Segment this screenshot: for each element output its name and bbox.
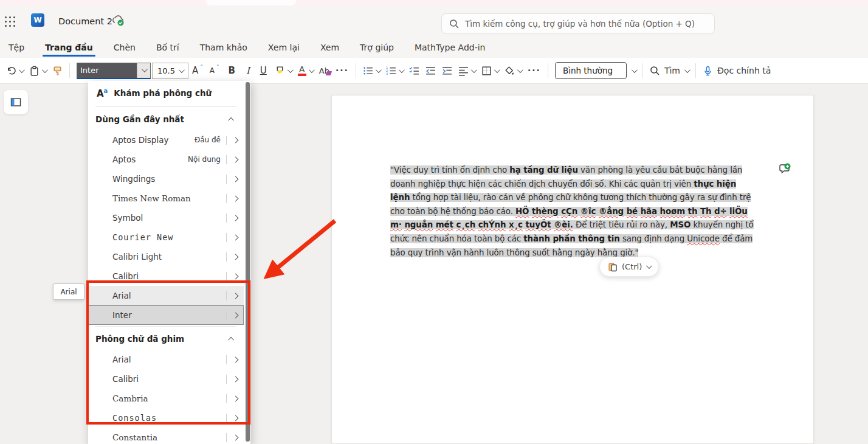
grow-font-button[interactable]: Aˆ [190,63,206,78]
borders-button[interactable] [479,63,501,78]
bullet-list-button[interactable] [360,63,382,78]
font-section-header[interactable]: Dùng Gần đây nhất [88,108,244,130]
undo-button[interactable] [4,63,26,78]
font-item-wingdings[interactable]: Wingdings [88,169,244,189]
style-chevron[interactable] [632,67,638,73]
style-combobox[interactable]: Bình thường [553,60,638,82]
dictate-button[interactable]: Đọc chính tả [700,63,773,78]
bullet-list-chevron[interactable] [376,67,382,73]
word-logo-icon[interactable]: W [31,13,44,27]
font-item-submenu-chevron[interactable] [233,156,239,162]
font-item-submenu-chevron[interactable] [233,234,239,240]
find-chevron[interactable] [684,67,691,73]
paste-options-chevron[interactable] [646,263,652,269]
font-item-submenu-chevron[interactable] [233,195,239,201]
font-size-chevron[interactable] [179,67,185,73]
font-item-calibri[interactable]: Calibri [88,266,244,286]
font-item-submenu-chevron[interactable] [233,312,239,318]
font-item-submenu-chevron[interactable] [233,137,239,143]
undo-dropdown-chevron[interactable] [19,67,25,73]
font-item-calibri-light[interactable]: Calibri Light [88,247,244,266]
checklist-button[interactable] [407,63,422,78]
saved-to-cloud-icon[interactable] [111,15,126,30]
menu-tab-xem-lại[interactable]: Xem lại [267,39,301,56]
menu-tab-bố-trí[interactable]: Bố trí [155,39,181,56]
font-item-submenu-chevron[interactable] [233,273,239,279]
font-color-button[interactable]: A [295,63,315,78]
italic-button[interactable]: I [241,63,255,78]
font-item-consolas[interactable]: Consolas [88,408,244,428]
font-name-dropdown-button[interactable] [137,63,150,78]
font-item-submenu-chevron[interactable] [233,356,239,362]
shading-chevron[interactable] [517,67,523,73]
font-item-submenu-chevron[interactable] [233,415,239,421]
discover-fonts-item[interactable]: Aa Khám phá phông chữ [88,81,244,105]
font-item-inter[interactable]: Inter [88,305,244,325]
font-item-arial[interactable]: Arial [88,350,244,369]
font-section-header[interactable]: Phông chữ đã ghim [88,328,244,350]
align-chevron[interactable] [471,67,477,73]
menu-tab-chèn[interactable]: Chèn [112,39,137,56]
highlight-chevron[interactable] [288,67,294,73]
bold-button[interactable]: B [223,63,239,78]
doc-text-segment: tuyÖt [526,220,551,229]
more-font-options-button[interactable]: ··· [333,63,351,78]
menu-tab-mathtype-add-in[interactable]: MathType Add-in [413,39,487,56]
font-name-combobox[interactable]: Inter [77,63,151,79]
font-item-arial[interactable]: Arial [88,286,244,305]
microphone-icon [703,66,713,76]
dropdown-scrollbar[interactable] [245,81,250,444]
font-item-calibri[interactable]: Calibri [88,369,244,389]
paste-button[interactable] [27,63,49,78]
font-item-submenu-chevron[interactable] [233,215,239,221]
decrease-indent-button[interactable] [423,63,438,78]
borders-chevron[interactable] [494,67,500,73]
font-item-cambria[interactable]: Cambria [88,389,244,408]
document-page[interactable]: "Việc duy trì tính ổn định cho hạ tầng d… [331,95,814,444]
font-item-submenu-chevron[interactable] [233,434,239,440]
more-paragraph-options-button[interactable]: ··· [525,63,543,78]
font-item-courier-new[interactable]: Courier New [88,227,244,247]
doc-text-segment [523,220,526,229]
font-item-times-new-roman[interactable]: Times New Roman [88,189,244,208]
increase-indent-button[interactable] [439,63,455,78]
menu-tab-tệp[interactable]: Tệp [7,39,26,56]
font-item-aptos[interactable]: AptosNội dung [88,150,244,169]
font-item-tag: Nội dung [188,155,221,164]
font-item-submenu-chevron[interactable] [233,395,239,401]
menu-tab-xem[interactable]: Xem [319,39,340,56]
scrollbar-thumb[interactable] [246,82,250,442]
highlight-button[interactable] [272,63,294,78]
underline-button[interactable]: U [256,63,271,78]
shrink-font-button[interactable]: Aˇ [207,64,222,77]
menu-tab-tham-khảo[interactable]: Tham khảo [199,39,249,56]
clear-formatting-button[interactable]: Ab [317,64,332,78]
format-painter-button[interactable] [50,63,65,78]
font-color-chevron[interactable] [309,67,315,73]
document-title[interactable]: Document 2 [58,16,112,26]
font-name-value[interactable]: Inter [77,63,137,78]
navigation-pane-toggle-button[interactable] [4,90,28,114]
global-search-input[interactable]: Tìm kiếm công cụ, trợ giúp và hơn thế nữ… [441,13,715,34]
font-item-submenu-chevron[interactable] [233,254,239,260]
font-item-aptos-display[interactable]: Aptos DisplayĐầu đề [88,130,244,150]
font-item-symbol[interactable]: Symbol [88,208,244,227]
app-launcher-icon[interactable] [5,16,16,27]
align-button[interactable] [456,63,478,78]
menu-tab-trang-đầu[interactable]: Trang đầu [44,39,94,56]
shading-button[interactable] [502,63,524,78]
font-item-label: Consolas [112,413,226,423]
font-size-combobox[interactable]: 10.5 [152,63,188,79]
doc-paragraph[interactable]: "Việc duy trì tính ổn định cho hạ tầng d… [390,164,757,260]
paste-dropdown-chevron[interactable] [42,67,48,73]
menu-tab-trợ-giúp[interactable]: Trợ giúp [359,39,395,56]
font-item-submenu-chevron[interactable] [233,176,239,182]
numbered-list-button[interactable]: 1 2 3 [384,63,405,78]
font-item-submenu-chevron[interactable] [233,376,239,382]
find-button[interactable]: Tìm [647,63,691,78]
paste-options-button[interactable]: (Ctrl) [599,257,659,277]
font-item-submenu-chevron[interactable] [233,293,239,299]
font-item-constantia[interactable]: Constantia [88,428,244,444]
add-comment-icon[interactable] [779,162,792,176]
numbered-list-chevron[interactable] [399,67,405,73]
